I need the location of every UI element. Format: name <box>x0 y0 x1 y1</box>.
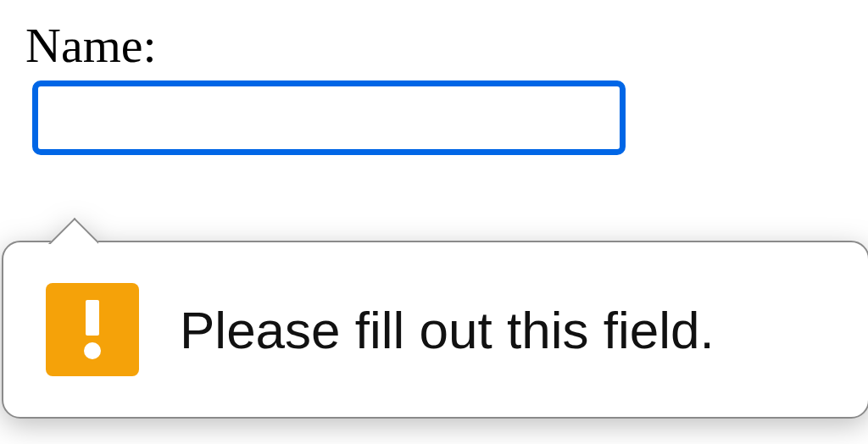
validation-message: Please fill out this field. <box>180 300 715 360</box>
name-input[interactable] <box>32 80 626 155</box>
warning-icon <box>46 283 139 376</box>
validation-tooltip: Please fill out this field. <box>2 198 868 423</box>
tooltip-arrow <box>47 202 98 244</box>
name-field-label: Name: <box>25 17 843 74</box>
tooltip-body: Please fill out this field. <box>2 241 868 419</box>
svg-rect-0 <box>86 300 99 336</box>
svg-point-1 <box>84 342 101 359</box>
name-form-group: Name: <box>25 17 843 155</box>
